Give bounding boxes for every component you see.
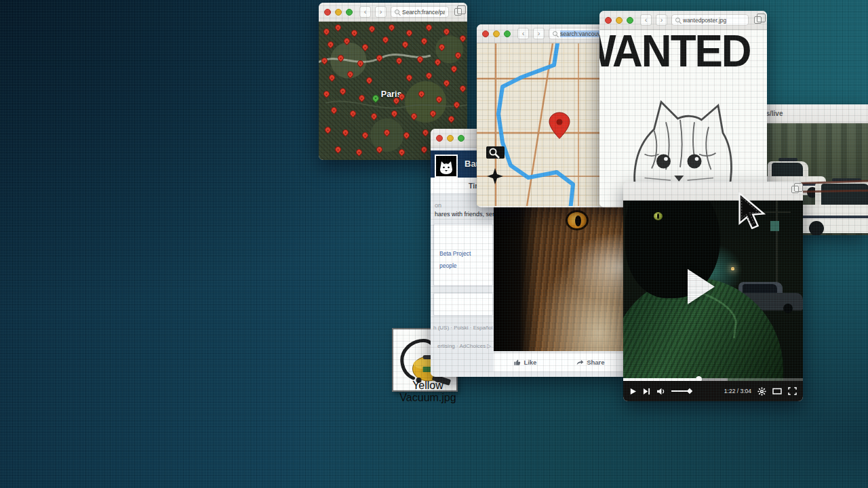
video-player-window[interactable]: 1:22 / 3:04 bbox=[623, 182, 803, 401]
back-button[interactable]: ‹ bbox=[517, 28, 529, 39]
fullscreen-button[interactable] bbox=[788, 387, 797, 395]
file-label: Yellow Vacuum.jpg bbox=[384, 380, 472, 405]
wanted-headline: WANTED bbox=[599, 30, 767, 77]
share-label: Share bbox=[587, 359, 604, 366]
cat-avatar-image bbox=[436, 156, 456, 176]
cat-eye bbox=[566, 210, 589, 230]
window-controls bbox=[605, 17, 633, 24]
wanted-search-input[interactable]: wantedposter.jpg bbox=[671, 14, 749, 26]
paris-search-input[interactable]: Search:france/paris bbox=[391, 6, 449, 18]
wanted-poster-image: WANTED bbox=[599, 30, 767, 206]
language-list: h (US) · Polski · Español bbox=[433, 325, 493, 331]
theater-mode-button[interactable] bbox=[772, 387, 782, 395]
time-display: 1:22 / 3:04 bbox=[724, 388, 751, 394]
video-progress-handle[interactable] bbox=[696, 376, 702, 381]
zoom-button[interactable] bbox=[504, 30, 511, 37]
paris-titlebar: ‹ › Search:france/paris bbox=[319, 3, 467, 22]
volume-slider[interactable] bbox=[671, 390, 689, 392]
share-icon bbox=[576, 359, 584, 366]
minimize-button[interactable] bbox=[447, 135, 454, 142]
news-titlebar: news/live bbox=[751, 104, 868, 123]
like-label: Like bbox=[524, 359, 536, 366]
search-text: wantedposter.jpg bbox=[683, 17, 726, 24]
profile-avatar[interactable] bbox=[435, 155, 458, 178]
desktop: ‹ › Search:france/paris Paris news/live bbox=[0, 0, 868, 488]
streetview-icon[interactable] bbox=[486, 146, 505, 159]
volume-button[interactable] bbox=[656, 388, 665, 395]
zoom-button[interactable] bbox=[627, 17, 633, 24]
tabs-icon[interactable] bbox=[754, 16, 762, 24]
window-controls bbox=[436, 135, 465, 142]
close-button[interactable] bbox=[324, 9, 331, 16]
cat-photo-post[interactable] bbox=[494, 199, 625, 351]
video-controls: 1:22 / 3:04 bbox=[623, 381, 803, 401]
cursor-icon bbox=[736, 192, 768, 229]
minimize-button[interactable] bbox=[493, 30, 500, 37]
forward-button[interactable]: › bbox=[375, 6, 387, 18]
window-controls bbox=[482, 30, 511, 37]
close-button[interactable] bbox=[482, 30, 489, 37]
search-text: Search:france/paris bbox=[402, 9, 445, 16]
zoom-button[interactable] bbox=[346, 9, 353, 16]
search-icon bbox=[395, 9, 399, 14]
footer-links[interactable]: ertising · AdChoices ▷ bbox=[437, 343, 492, 349]
vancouver-map[interactable] bbox=[477, 43, 615, 206]
link-beta-project[interactable]: Beta Project bbox=[439, 250, 471, 257]
sidebar-card: Beta Project people bbox=[433, 224, 493, 286]
window-controls bbox=[324, 9, 353, 16]
back-button[interactable]: ‹ bbox=[640, 14, 652, 26]
sidebar-card bbox=[433, 293, 493, 316]
tabs-icon[interactable] bbox=[454, 8, 462, 16]
wanted-titlebar: ‹ › wantedposter.jpg bbox=[599, 11, 767, 30]
share-button[interactable]: Share bbox=[576, 359, 604, 366]
cat-eye bbox=[654, 212, 663, 220]
settings-button[interactable] bbox=[757, 387, 766, 396]
search-text-selected: search:vancouver bbox=[560, 30, 606, 37]
close-button[interactable] bbox=[436, 135, 443, 142]
thumbs-up-icon bbox=[513, 359, 521, 366]
search-icon bbox=[675, 18, 680, 22]
minimize-button[interactable] bbox=[616, 17, 623, 24]
link-people[interactable]: people bbox=[439, 262, 457, 269]
minimize-button[interactable] bbox=[335, 9, 342, 16]
vancouver-map-window[interactable]: ‹ › search:vancouver bbox=[477, 24, 615, 207]
text-fragment: on bbox=[435, 202, 441, 209]
video-titlebar bbox=[623, 182, 803, 201]
forward-button[interactable]: › bbox=[656, 14, 667, 26]
video-frame[interactable] bbox=[623, 201, 803, 381]
play-button[interactable] bbox=[629, 388, 637, 395]
back-button[interactable]: ‹ bbox=[359, 6, 371, 18]
forward-button[interactable]: › bbox=[533, 28, 545, 39]
vancouver-titlebar: ‹ › search:vancouver bbox=[477, 24, 615, 43]
like-button[interactable]: Like bbox=[513, 359, 536, 366]
next-button[interactable] bbox=[643, 388, 650, 395]
tabs-icon[interactable] bbox=[791, 186, 799, 193]
wanted-poster-window[interactable]: ‹ › wantedposter.jpg WANTED bbox=[599, 11, 767, 207]
play-overlay-button[interactable] bbox=[688, 269, 715, 304]
post-actions: Like Share bbox=[494, 352, 625, 371]
close-button[interactable] bbox=[605, 17, 612, 24]
zoom-button[interactable] bbox=[458, 135, 465, 142]
search-icon bbox=[553, 31, 557, 36]
